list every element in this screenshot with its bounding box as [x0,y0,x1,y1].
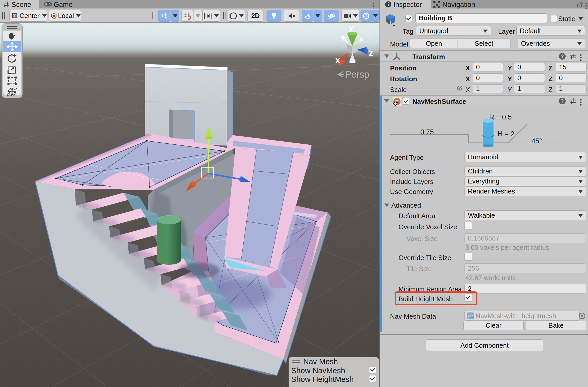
svg-text:?: ? [561,98,564,104]
svg-text:z: z [369,48,373,58]
svg-text:?: ? [561,53,564,59]
svg-text:y: y [348,22,353,32]
svg-text:Y: Y [165,16,167,20]
svg-text:x: x [335,55,340,65]
svg-text:Persp: Persp [345,69,369,80]
